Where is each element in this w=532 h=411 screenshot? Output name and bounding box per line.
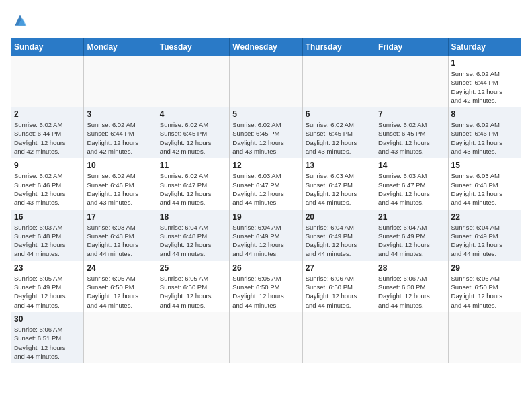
calendar-cell: 13Sunrise: 6:03 AM Sunset: 6:47 PM Dayli… bbox=[302, 158, 375, 210]
calendar-cell: 1Sunrise: 6:02 AM Sunset: 6:44 PM Daylig… bbox=[448, 56, 521, 107]
calendar-cell: 8Sunrise: 6:02 AM Sunset: 6:46 PM Daylig… bbox=[448, 107, 521, 158]
day-info: Sunrise: 6:05 AM Sunset: 6:50 PM Dayligh… bbox=[160, 274, 226, 310]
day-number: 17 bbox=[87, 212, 153, 222]
day-number: 24 bbox=[87, 263, 153, 273]
calendar-header-sunday: Sunday bbox=[11, 38, 84, 56]
day-info: Sunrise: 6:02 AM Sunset: 6:45 PM Dayligh… bbox=[378, 120, 445, 156]
generalblue-logo-icon bbox=[11, 11, 30, 30]
day-info: Sunrise: 6:02 AM Sunset: 6:46 PM Dayligh… bbox=[451, 120, 518, 156]
calendar-cell: 15Sunrise: 6:03 AM Sunset: 6:48 PM Dayli… bbox=[448, 158, 521, 210]
day-number: 10 bbox=[87, 161, 153, 170]
day-number: 30 bbox=[14, 314, 81, 324]
day-number: 6 bbox=[306, 109, 372, 119]
day-info: Sunrise: 6:03 AM Sunset: 6:48 PM Dayligh… bbox=[14, 223, 81, 259]
day-info: Sunrise: 6:02 AM Sunset: 6:45 PM Dayligh… bbox=[160, 120, 226, 156]
day-number: 9 bbox=[14, 161, 81, 170]
day-info: Sunrise: 6:02 AM Sunset: 6:44 PM Dayligh… bbox=[451, 69, 518, 105]
day-number: 19 bbox=[232, 212, 299, 222]
day-info: Sunrise: 6:02 AM Sunset: 6:45 PM Dayligh… bbox=[232, 120, 299, 156]
calendar-cell: 26Sunrise: 6:05 AM Sunset: 6:50 PM Dayli… bbox=[230, 261, 302, 312]
calendar-cell: 23Sunrise: 6:05 AM Sunset: 6:49 PM Dayli… bbox=[11, 261, 84, 312]
day-info: Sunrise: 6:03 AM Sunset: 6:47 PM Dayligh… bbox=[232, 171, 299, 207]
day-info: Sunrise: 6:04 AM Sunset: 6:49 PM Dayligh… bbox=[232, 223, 299, 259]
day-info: Sunrise: 6:06 AM Sunset: 6:50 PM Dayligh… bbox=[451, 274, 518, 310]
day-info: Sunrise: 6:04 AM Sunset: 6:49 PM Dayligh… bbox=[306, 223, 372, 259]
calendar-cell: 28Sunrise: 6:06 AM Sunset: 6:50 PM Dayli… bbox=[375, 261, 448, 312]
day-number: 1 bbox=[451, 58, 518, 68]
day-info: Sunrise: 6:06 AM Sunset: 6:50 PM Dayligh… bbox=[306, 274, 372, 310]
calendar-cell: 12Sunrise: 6:03 AM Sunset: 6:47 PM Dayli… bbox=[230, 158, 302, 210]
calendar-header-thursday: Thursday bbox=[302, 38, 375, 56]
day-number: 11 bbox=[160, 161, 226, 170]
day-number: 28 bbox=[378, 263, 445, 273]
day-number: 27 bbox=[306, 263, 372, 273]
calendar-cell: 21Sunrise: 6:04 AM Sunset: 6:49 PM Dayli… bbox=[375, 210, 448, 261]
day-info: Sunrise: 6:05 AM Sunset: 6:50 PM Dayligh… bbox=[232, 274, 299, 310]
calendar-cell bbox=[11, 56, 84, 107]
header bbox=[11, 11, 521, 30]
day-number: 4 bbox=[160, 109, 226, 119]
day-info: Sunrise: 6:03 AM Sunset: 6:47 PM Dayligh… bbox=[378, 171, 445, 207]
day-number: 16 bbox=[14, 212, 81, 222]
day-info: Sunrise: 6:02 AM Sunset: 6:47 PM Dayligh… bbox=[160, 171, 226, 207]
day-info: Sunrise: 6:04 AM Sunset: 6:49 PM Dayligh… bbox=[378, 223, 445, 259]
logo bbox=[11, 11, 32, 30]
day-number: 21 bbox=[378, 212, 445, 222]
calendar-cell bbox=[157, 312, 229, 363]
calendar-header-monday: Monday bbox=[84, 38, 157, 56]
calendar-cell: 4Sunrise: 6:02 AM Sunset: 6:45 PM Daylig… bbox=[157, 107, 229, 158]
day-number: 12 bbox=[232, 161, 299, 170]
calendar-cell: 17Sunrise: 6:03 AM Sunset: 6:48 PM Dayli… bbox=[84, 210, 157, 261]
day-info: Sunrise: 6:04 AM Sunset: 6:48 PM Dayligh… bbox=[160, 223, 226, 259]
day-number: 20 bbox=[306, 212, 372, 222]
day-info: Sunrise: 6:02 AM Sunset: 6:44 PM Dayligh… bbox=[14, 120, 81, 156]
calendar-week-row: 2Sunrise: 6:02 AM Sunset: 6:44 PM Daylig… bbox=[11, 107, 521, 158]
calendar-cell bbox=[302, 312, 375, 363]
day-info: Sunrise: 6:03 AM Sunset: 6:48 PM Dayligh… bbox=[451, 171, 518, 207]
day-number: 15 bbox=[451, 161, 518, 170]
day-info: Sunrise: 6:05 AM Sunset: 6:49 PM Dayligh… bbox=[14, 274, 81, 310]
calendar-cell: 30Sunrise: 6:06 AM Sunset: 6:51 PM Dayli… bbox=[11, 312, 84, 363]
day-info: Sunrise: 6:06 AM Sunset: 6:51 PM Dayligh… bbox=[14, 325, 81, 361]
day-number: 26 bbox=[232, 263, 299, 273]
calendar-cell: 25Sunrise: 6:05 AM Sunset: 6:50 PM Dayli… bbox=[157, 261, 229, 312]
calendar-cell: 29Sunrise: 6:06 AM Sunset: 6:50 PM Dayli… bbox=[448, 261, 521, 312]
day-info: Sunrise: 6:02 AM Sunset: 6:46 PM Dayligh… bbox=[14, 171, 81, 207]
calendar-cell: 5Sunrise: 6:02 AM Sunset: 6:45 PM Daylig… bbox=[230, 107, 302, 158]
calendar-cell bbox=[302, 56, 375, 107]
calendar-cell: 24Sunrise: 6:05 AM Sunset: 6:50 PM Dayli… bbox=[84, 261, 157, 312]
day-info: Sunrise: 6:02 AM Sunset: 6:45 PM Dayligh… bbox=[306, 120, 372, 156]
calendar-cell bbox=[230, 56, 302, 107]
calendar-cell: 19Sunrise: 6:04 AM Sunset: 6:49 PM Dayli… bbox=[230, 210, 302, 261]
day-number: 13 bbox=[306, 161, 372, 170]
calendar-week-row: 16Sunrise: 6:03 AM Sunset: 6:48 PM Dayli… bbox=[11, 210, 521, 261]
calendar-header-friday: Friday bbox=[375, 38, 448, 56]
calendar-cell: 18Sunrise: 6:04 AM Sunset: 6:48 PM Dayli… bbox=[157, 210, 229, 261]
calendar-cell bbox=[84, 312, 157, 363]
calendar-cell bbox=[157, 56, 229, 107]
day-number: 18 bbox=[160, 212, 226, 222]
calendar-cell: 9Sunrise: 6:02 AM Sunset: 6:46 PM Daylig… bbox=[11, 158, 84, 210]
day-number: 22 bbox=[451, 212, 518, 222]
day-number: 8 bbox=[451, 109, 518, 119]
calendar-cell bbox=[375, 56, 448, 107]
day-number: 5 bbox=[232, 109, 299, 119]
day-info: Sunrise: 6:03 AM Sunset: 6:48 PM Dayligh… bbox=[87, 223, 153, 259]
calendar-cell: 14Sunrise: 6:03 AM Sunset: 6:47 PM Dayli… bbox=[375, 158, 448, 210]
calendar-cell bbox=[448, 312, 521, 363]
day-number: 29 bbox=[451, 263, 518, 273]
day-number: 3 bbox=[87, 109, 153, 119]
calendar-header-row: SundayMondayTuesdayWednesdayThursdayFrid… bbox=[11, 38, 521, 56]
calendar-cell: 3Sunrise: 6:02 AM Sunset: 6:44 PM Daylig… bbox=[84, 107, 157, 158]
day-info: Sunrise: 6:04 AM Sunset: 6:49 PM Dayligh… bbox=[451, 223, 518, 259]
calendar-cell: 16Sunrise: 6:03 AM Sunset: 6:48 PM Dayli… bbox=[11, 210, 84, 261]
day-number: 2 bbox=[14, 109, 81, 119]
calendar-header-tuesday: Tuesday bbox=[157, 38, 229, 56]
calendar-week-row: 30Sunrise: 6:06 AM Sunset: 6:51 PM Dayli… bbox=[11, 312, 521, 363]
day-info: Sunrise: 6:03 AM Sunset: 6:47 PM Dayligh… bbox=[306, 171, 372, 207]
day-number: 25 bbox=[160, 263, 226, 273]
day-info: Sunrise: 6:05 AM Sunset: 6:50 PM Dayligh… bbox=[87, 274, 153, 310]
calendar-week-row: 23Sunrise: 6:05 AM Sunset: 6:49 PM Dayli… bbox=[11, 261, 521, 312]
calendar-cell bbox=[230, 312, 302, 363]
calendar-week-row: 9Sunrise: 6:02 AM Sunset: 6:46 PM Daylig… bbox=[11, 158, 521, 210]
